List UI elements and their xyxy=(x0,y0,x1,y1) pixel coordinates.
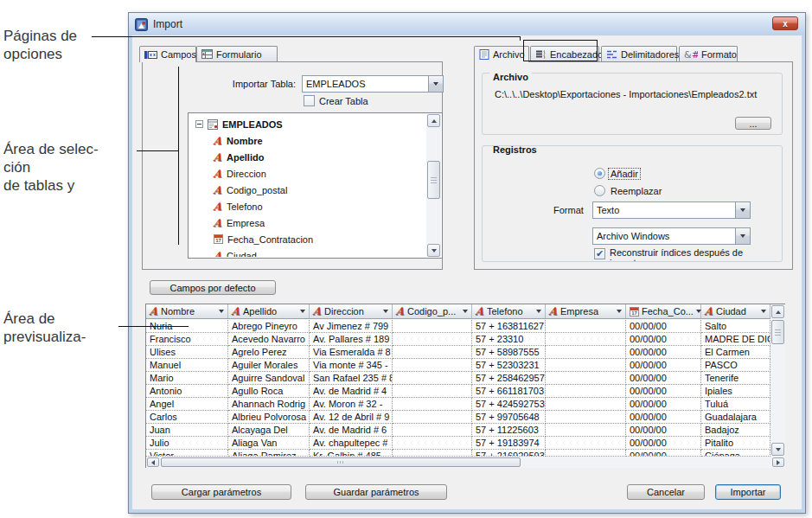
table-cell: 57 + 99705648 xyxy=(472,411,546,424)
table-cell xyxy=(393,424,472,437)
tree-field-row[interactable]: ADireccion xyxy=(189,165,426,182)
grid-hscrollbar-thumb[interactable] xyxy=(161,457,521,467)
tree-field-row[interactable]: AEmpresa xyxy=(189,214,426,231)
tree-field-row[interactable]: ATelefono xyxy=(189,198,426,214)
table-row[interactable]: JulioAliaga VanAv. chapultepec #57 + 191… xyxy=(146,437,770,450)
tree-field-label: Empresa xyxy=(227,218,265,228)
table-row[interactable]: NuriaAbrego PineyroAv Jimenez # 79957 + … xyxy=(146,320,770,333)
collapse-expander-icon[interactable] xyxy=(195,120,203,128)
table-cell: 00/00/00 xyxy=(626,320,701,333)
table-row[interactable]: VictorAliaga RamirezKr. Galbin # 48557 +… xyxy=(146,450,770,457)
file-kind-combobox[interactable]: Archivo Windows xyxy=(592,227,751,245)
column-header[interactable]: AEmpresa xyxy=(546,304,626,318)
scroll-up-icon[interactable] xyxy=(771,305,784,318)
column-header[interactable]: ATelefono xyxy=(472,304,546,318)
load-parameters-button[interactable]: Cargar parámetros xyxy=(151,484,291,500)
close-icon[interactable]: x xyxy=(772,16,798,30)
import-table-label: Importar Tabla: xyxy=(209,79,296,89)
table-cell: Victor xyxy=(146,450,228,457)
tab-encabezado[interactable]: Encabezado xyxy=(530,46,599,61)
cancel-button[interactable]: Cancelar xyxy=(627,484,705,500)
text-field-icon: A xyxy=(213,252,222,258)
tab-campos[interactable]: Campos xyxy=(139,46,196,62)
import-button[interactable]: Importar xyxy=(715,484,781,500)
tab-archivo[interactable]: Archivo xyxy=(474,46,529,62)
table-cell xyxy=(393,372,472,385)
replace-radio-label[interactable]: Reemplazar xyxy=(611,186,662,196)
tree-root-row[interactable]: EMPLEADOS xyxy=(189,116,426,132)
preview-grid[interactable]: ANombreAApellidoADireccionACodigo_p...AT… xyxy=(145,304,785,468)
table-icon xyxy=(208,119,218,130)
chevron-down-icon[interactable] xyxy=(735,202,750,218)
tree-vertical-scrollbar[interactable] xyxy=(426,114,441,257)
grid-vertical-scrollbar[interactable] xyxy=(770,304,785,457)
format-combobox[interactable]: Texto xyxy=(592,201,751,219)
app-icon xyxy=(135,18,148,31)
scroll-down-icon[interactable] xyxy=(427,244,440,257)
column-header[interactable]: ACiudad xyxy=(701,304,770,318)
grid-horizontal-scrollbar[interactable] xyxy=(146,457,785,468)
column-sort-icon[interactable] xyxy=(463,310,468,313)
tree-scrollbar-thumb[interactable] xyxy=(427,161,440,199)
annotation-selection: Área de selec- ción de tablas y xyxy=(3,140,99,195)
table-row[interactable]: ManuelAguiler MoralesVia monte # 345 -57… xyxy=(146,359,770,372)
tab-formato[interactable]: & # Formato xyxy=(679,46,738,61)
tree-field-row[interactable]: Fecha_Contratacion xyxy=(189,231,426,247)
table-row[interactable]: JuanAlcayaga DelAv. de Madrid # 657 + 11… xyxy=(146,424,770,437)
tab-formulario[interactable]: Formulario xyxy=(196,46,278,61)
column-sort-icon[interactable] xyxy=(617,310,622,313)
table-row[interactable]: UlisesAgrelo PerezVia Esmeralda # 857 + … xyxy=(146,346,770,359)
save-parameters-button[interactable]: Guardar parámetros xyxy=(305,484,447,500)
tree-field-row[interactable]: AApellido xyxy=(189,149,426,165)
table-cell: Av. Moron # 32 - xyxy=(310,398,393,411)
scroll-up-icon[interactable] xyxy=(427,114,440,127)
browse-button[interactable]: ... xyxy=(735,117,771,130)
column-header[interactable]: AApellido xyxy=(228,304,310,318)
title-bar[interactable]: Import x xyxy=(129,13,805,35)
table-cell: Badajoz xyxy=(701,424,770,437)
rebuild-indexes-label[interactable]: Reconstruir índices después de importar xyxy=(610,247,765,262)
table-cell: Aliaga Ramirez xyxy=(228,450,310,457)
rebuild-indexes-checkbox[interactable] xyxy=(594,248,605,259)
scroll-right-icon[interactable] xyxy=(772,457,784,467)
table-cell xyxy=(393,411,472,424)
append-radio-label[interactable]: Añadir xyxy=(609,169,640,179)
table-row[interactable]: MarioAguirre SandovalSan Rafael 235 # 85… xyxy=(146,372,770,385)
column-sort-icon[interactable] xyxy=(219,310,224,313)
tree-field-row[interactable]: ACodigo_postal xyxy=(189,182,426,198)
tab-delimitadores[interactable]: Delimitadores xyxy=(601,46,677,61)
column-header[interactable]: ANombre xyxy=(146,304,228,318)
replace-radio[interactable] xyxy=(594,185,605,196)
default-fields-button[interactable]: Campos por defecto xyxy=(150,280,276,295)
create-table-checkbox[interactable] xyxy=(304,95,315,106)
header-icon xyxy=(535,49,547,60)
tree-root-label: EMPLEADOS xyxy=(222,119,283,130)
table-cell xyxy=(546,359,626,372)
column-header-label: Codigo_p... xyxy=(407,306,456,317)
table-cell: Angel xyxy=(146,398,228,411)
table-row[interactable]: FranciscoAcevedo NavarroAv. Pallares # 1… xyxy=(146,333,770,346)
chevron-down-icon[interactable] xyxy=(428,76,443,92)
table-row[interactable]: AntonioAgullo RocaAv. de Madrid # 457 + … xyxy=(146,385,770,398)
table-row[interactable]: CarlosAlbrieu PolvorosaAv. 12 de Abril #… xyxy=(146,411,770,424)
tree-field-row[interactable]: ANombre xyxy=(189,132,426,149)
import-table-combobox[interactable]: EMPLEADOS xyxy=(302,75,444,93)
column-header[interactable]: ADireccion xyxy=(310,304,393,318)
column-sort-icon[interactable] xyxy=(761,310,766,313)
grid-vscrollbar-thumb[interactable] xyxy=(771,320,784,344)
column-header-label: Ciudad xyxy=(716,306,746,317)
scroll-down-icon[interactable] xyxy=(771,443,784,456)
column-header[interactable]: ACodigo_p... xyxy=(393,304,472,318)
column-sort-icon[interactable] xyxy=(383,310,388,313)
column-sort-icon[interactable] xyxy=(300,310,305,313)
column-header[interactable]: Fecha_Co... xyxy=(626,304,701,318)
table-cell xyxy=(393,346,472,359)
scroll-left-icon[interactable] xyxy=(147,457,159,467)
chevron-down-icon[interactable] xyxy=(735,228,750,244)
append-radio[interactable] xyxy=(594,168,605,179)
column-sort-icon[interactable] xyxy=(536,310,541,313)
field-tree[interactable]: EMPLEADOSANombreAApellidoADireccionACodi… xyxy=(188,112,443,259)
table-row[interactable]: AngelAhannach RodrigAv. Moron # 32 -57 +… xyxy=(146,398,770,411)
svg-text:#: # xyxy=(692,49,698,59)
tree-field-row[interactable]: ACiudad xyxy=(189,247,426,257)
